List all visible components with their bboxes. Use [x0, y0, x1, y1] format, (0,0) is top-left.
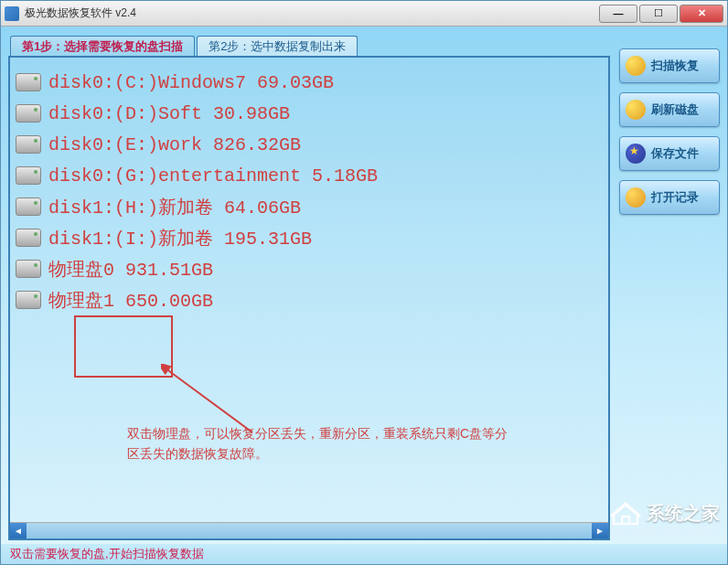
save-star-icon	[626, 144, 646, 164]
statusbar: 双击需要恢复的盘,开始扫描恢复数据	[1, 544, 727, 564]
scroll-right-button[interactable]: ►	[592, 523, 608, 538]
horizontal-scrollbar[interactable]: ◄ ►	[10, 522, 608, 538]
disk-row[interactable]: disk1:(H:)新加卷 64.06GB	[16, 191, 603, 222]
main-panel-area: 第1步：选择需要恢复的盘扫描 第2步：选中数据复制出来 disk0:(C:)Wi…	[8, 36, 610, 540]
app-window: 极光数据恢复软件 v2.4 第1步：选择需要恢复的盘扫描 第2步：选中数据复制出…	[0, 0, 728, 565]
drive-icon	[16, 104, 41, 123]
save-file-button[interactable]: 保存文件	[619, 136, 720, 171]
magnifier-icon	[626, 56, 646, 76]
disk-list: disk0:(C:)Windows7 69.03GB disk0:(D:)Sof…	[10, 58, 608, 325]
annotation-highlight-box	[74, 315, 173, 378]
disk-row[interactable]: 物理盘1 650.00GB	[16, 284, 603, 315]
scroll-left-button[interactable]: ◄	[10, 523, 27, 538]
disk-label: disk0:(G:)entertainment 5.18GB	[48, 165, 378, 187]
disk-panel: disk0:(C:)Windows7 69.03GB disk0:(D:)Sof…	[8, 56, 610, 540]
watermark-title-row: 系统之家	[610, 500, 720, 526]
refresh-icon	[626, 100, 646, 120]
disk-row[interactable]: 物理盘0 931.51GB	[16, 253, 603, 284]
disk-row[interactable]: disk0:(E:)work 826.32GB	[16, 129, 603, 160]
drive-icon	[16, 135, 41, 154]
disk-row[interactable]: disk0:(D:)Soft 30.98GB	[16, 98, 603, 129]
disk-label: 物理盘1 650.00GB	[48, 288, 213, 313]
maximize-button[interactable]	[639, 5, 678, 23]
open-record-button[interactable]: 打开记录	[619, 180, 720, 215]
close-button[interactable]	[680, 5, 723, 23]
disk-row[interactable]: disk0:(C:)Windows7 69.03GB	[16, 67, 603, 98]
drive-icon	[16, 229, 41, 247]
scroll-track[interactable]	[27, 523, 592, 538]
drive-icon	[16, 73, 41, 91]
app-icon	[5, 6, 19, 21]
disk-label: disk0:(D:)Soft 30.98GB	[48, 103, 290, 124]
folder-icon	[626, 187, 646, 208]
annotation-hint-text: 双击物理盘，可以恢复分区丢失，重新分区，重装系统只剩C盘等分区丢失的数据恢复故障…	[127, 423, 520, 464]
tab-step2[interactable]: 第2步：选中数据复制出来	[197, 36, 358, 56]
action-sidebar: 扫描恢复 刷新磁盘 保存文件 打开记录	[619, 36, 720, 540]
step-tabs: 第1步：选择需要恢复的盘扫描 第2步：选中数据复制出来	[10, 36, 610, 56]
house-icon	[610, 500, 641, 526]
button-label: 保存文件	[651, 145, 699, 162]
disk-label: disk0:(C:)Windows7 69.03GB	[48, 72, 334, 93]
drive-icon	[16, 197, 41, 216]
tab-step1[interactable]: 第1步：选择需要恢复的盘扫描	[10, 36, 195, 56]
watermark: 系统之家 XITONGZHIJIA.NET	[610, 500, 720, 537]
watermark-title: 系统之家	[647, 501, 720, 526]
titlebar: 极光数据恢复软件 v2.4	[1, 1, 727, 27]
refresh-disks-button[interactable]: 刷新磁盘	[619, 92, 720, 127]
minimize-button[interactable]	[599, 5, 637, 23]
window-title: 极光数据恢复软件 v2.4	[25, 5, 597, 21]
button-label: 打开记录	[651, 189, 699, 206]
button-label: 扫描恢复	[651, 58, 699, 74]
disk-row[interactable]: disk1:(I:)新加卷 195.31GB	[16, 222, 603, 253]
disk-label: disk1:(H:)新加卷 64.06GB	[48, 195, 301, 219]
scan-recover-button[interactable]: 扫描恢复	[619, 48, 720, 83]
disk-row[interactable]: disk0:(G:)entertainment 5.18GB	[16, 160, 603, 191]
window-controls	[597, 5, 723, 23]
disk-label: disk0:(E:)work 826.32GB	[48, 134, 301, 155]
drive-icon	[16, 166, 41, 185]
drive-icon	[16, 260, 41, 278]
button-label: 刷新磁盘	[651, 101, 699, 118]
disk-label: disk1:(I:)新加卷 195.31GB	[48, 226, 312, 251]
status-text: 双击需要恢复的盘,开始扫描恢复数据	[10, 546, 204, 562]
client-area: 第1步：选择需要恢复的盘扫描 第2步：选中数据复制出来 disk0:(C:)Wi…	[1, 27, 727, 544]
disk-label: 物理盘0 931.51GB	[48, 257, 213, 282]
drive-icon	[16, 291, 41, 309]
watermark-url: XITONGZHIJIA.NET	[610, 526, 720, 537]
